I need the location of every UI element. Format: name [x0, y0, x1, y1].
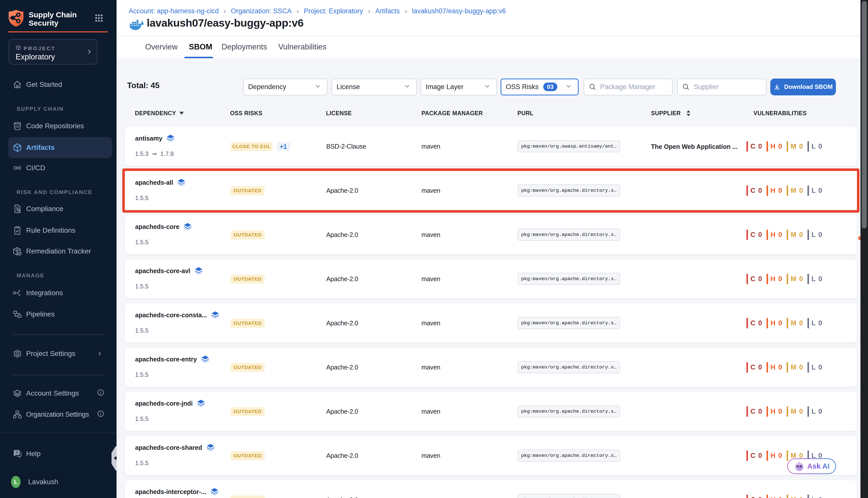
svg-text:?: ?	[16, 450, 18, 455]
